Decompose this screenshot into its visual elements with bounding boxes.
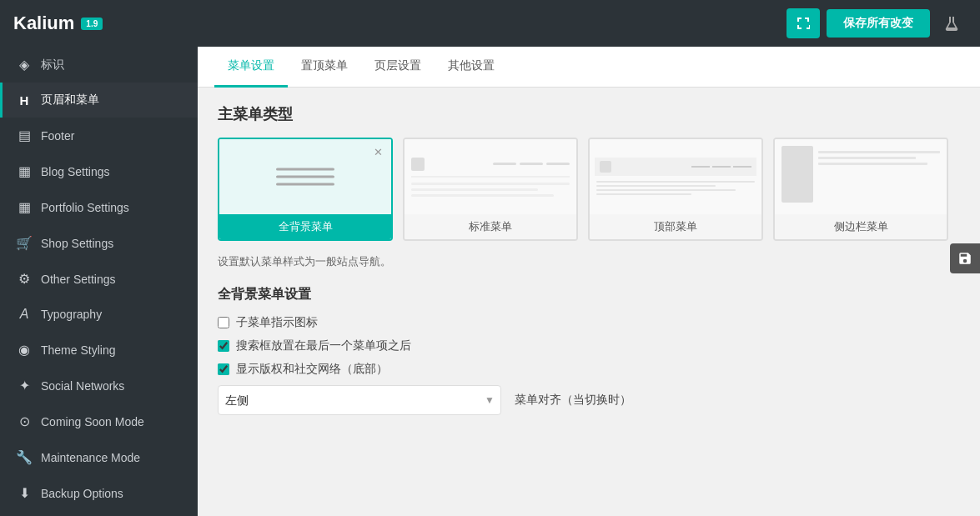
close-icon: ✕: [374, 146, 383, 158]
tab-menu-settings[interactable]: 菜单设置: [214, 47, 288, 88]
sidebar-item-logo[interactable]: ◈ 标识: [0, 47, 198, 83]
checkbox-copyright[interactable]: [218, 363, 229, 375]
checkbox-sub-icon[interactable]: [218, 317, 229, 328]
social-icon: ✦: [16, 378, 33, 393]
section-title-menu-type: 主菜单类型: [218, 104, 960, 124]
expand-icon: [797, 17, 810, 30]
sidebar-item-theme-styling[interactable]: ◉ Theme Styling: [0, 332, 198, 368]
footer-icon: ▤: [16, 128, 33, 143]
save-button[interactable]: 保存所有改变: [827, 9, 930, 38]
sidebar-item-maintenance[interactable]: 🔧 Maintenance Mode: [0, 439, 198, 475]
menu-card-fullbg[interactable]: ✕ 全背景菜单: [218, 138, 393, 241]
sidebar-label-coming-soon: Coming Soon Mode: [41, 415, 144, 428]
tab-page-settings[interactable]: 页层设置: [361, 47, 435, 88]
checkbox-label-search-last: 搜索框放置在最后一个菜单项之后: [236, 338, 411, 353]
sidebar-label-typography: Typography: [41, 308, 102, 321]
floating-save-button[interactable]: [950, 243, 980, 273]
sidebar-card-preview: [775, 139, 947, 214]
sidebar-item-other[interactable]: ⚙ Other Settings: [0, 261, 198, 297]
fullbg-lines: [276, 168, 334, 186]
sidebar-item-footer[interactable]: ▤ Footer: [0, 118, 198, 153]
sidebar-label-other: Other Settings: [41, 273, 116, 286]
checkbox-label-copyright: 显示版权和社交网络（底部）: [236, 362, 388, 377]
theme-icon: ◉: [16, 342, 33, 358]
top-label: 顶部菜单: [590, 214, 761, 239]
fullbg-section-title: 全背景菜单设置: [218, 286, 960, 303]
checkbox-row-sub-icon: 子菜单指示图标: [218, 315, 960, 330]
main-layout: ◈ 标识 H 页眉和菜单 ▤ Footer ▦ Blog Settings ▦ …: [0, 47, 980, 516]
sidebar-label-maintenance: Maintenance Mode: [41, 451, 140, 464]
sidebar-item-social[interactable]: ✦ Social Networks: [0, 368, 198, 403]
sidebar-label-logo: 标识: [41, 58, 64, 73]
expand-button[interactable]: [787, 8, 820, 38]
sidebar-label-portfolio: Portfolio Settings: [41, 201, 129, 214]
menu-cards: ✕ 全背景菜单: [218, 138, 960, 241]
page-content: 主菜单类型 ✕ 全背景菜单: [198, 88, 980, 432]
save-icon: [957, 251, 972, 266]
sidebar-label-shop: Shop Settings: [41, 237, 113, 250]
align-select-wrapper: 左侧 居中 右侧 ▼: [218, 385, 501, 415]
menu-card-sidebar[interactable]: 侧边栏菜单: [773, 138, 948, 241]
align-select[interactable]: 左侧 居中 右侧: [218, 385, 501, 415]
sidebar-item-backup[interactable]: ⬇ Backup Options: [0, 475, 198, 511]
sidebar-item-blog[interactable]: ▦ Blog Settings: [0, 153, 198, 189]
lab-button[interactable]: [937, 8, 967, 38]
checkbox-row-copyright: 显示版权和社交网络（底部）: [218, 362, 960, 377]
logo-text: Kalium: [13, 13, 74, 34]
content-area: 菜单设置 置顶菜单 页层设置 其他设置 主菜单类型 ✕: [198, 47, 980, 516]
topbar-right: 保存所有改变: [787, 8, 967, 38]
sidebar-item-portfolio[interactable]: ▦ Portfolio Settings: [0, 189, 198, 225]
sidebar-item-header-menu[interactable]: H 页眉和菜单: [0, 83, 198, 118]
topbar-left: Kalium 1.9: [13, 13, 103, 34]
fullbg-preview: ✕: [219, 139, 391, 214]
sidebar-label-social: Social Networks: [41, 379, 124, 393]
sidebar-label-header: 页眉和菜单: [41, 93, 99, 108]
typography-icon: A: [16, 307, 33, 322]
checkbox-row-search-last: 搜索框放置在最后一个菜单项之后: [218, 338, 960, 353]
checkbox-search-last[interactable]: [218, 340, 229, 352]
top-preview: [590, 139, 761, 214]
standard-label: 标准菜单: [405, 214, 576, 239]
sidebar-card-label: 侧边栏菜单: [775, 214, 947, 239]
sidebar-label-footer: Footer: [41, 129, 74, 143]
standard-preview: [405, 139, 576, 214]
align-field-row: 左侧 居中 右侧 ▼ 菜单对齐（当切换时）: [218, 385, 960, 415]
topbar: Kalium 1.9 保存所有改变: [0, 0, 980, 47]
portfolio-icon: ▦: [16, 199, 33, 215]
sidebar: ◈ 标识 H 页眉和菜单 ▤ Footer ▦ Blog Settings ▦ …: [0, 47, 198, 516]
blog-icon: ▦: [16, 163, 33, 179]
header-icon: H: [16, 93, 33, 108]
sidebar-item-coming-soon[interactable]: ⊙ Coming Soon Mode: [0, 403, 198, 439]
checkbox-label-sub-icon: 子菜单指示图标: [236, 315, 318, 330]
tab-top-menu[interactable]: 置顶菜单: [288, 47, 361, 88]
lab-icon: [943, 15, 960, 32]
fullbg-label: 全背景菜单: [219, 214, 391, 239]
sidebar-item-shop[interactable]: 🛒 Shop Settings: [0, 225, 198, 261]
sidebar-label-blog: Blog Settings: [41, 165, 110, 178]
align-label: 菜单对齐（当切换时）: [515, 393, 631, 408]
backup-icon: ⬇: [16, 485, 33, 501]
version-badge: 1.9: [81, 18, 103, 30]
menu-card-standard[interactable]: 标准菜单: [403, 138, 578, 241]
tabs-bar: 菜单设置 置顶菜单 页层设置 其他设置: [198, 47, 980, 88]
menu-card-top[interactable]: 顶部菜单: [588, 138, 763, 241]
logo-icon: ◈: [16, 57, 33, 73]
maintenance-icon: 🔧: [16, 449, 33, 465]
tab-other-settings[interactable]: 其他设置: [435, 47, 508, 88]
sidebar-item-typography[interactable]: A Typography: [0, 297, 198, 332]
sidebar-item-documentation[interactable]: ⊙ Documentation: [0, 511, 198, 516]
sidebar-label-theme: Theme Styling: [41, 343, 115, 357]
other-icon: ⚙: [16, 271, 33, 287]
coming-soon-icon: ⊙: [16, 413, 33, 429]
hint-text: 设置默认菜单样式为一般站点导航。: [218, 254, 960, 269]
sidebar-label-backup: Backup Options: [41, 487, 123, 500]
shop-icon: 🛒: [16, 235, 33, 251]
